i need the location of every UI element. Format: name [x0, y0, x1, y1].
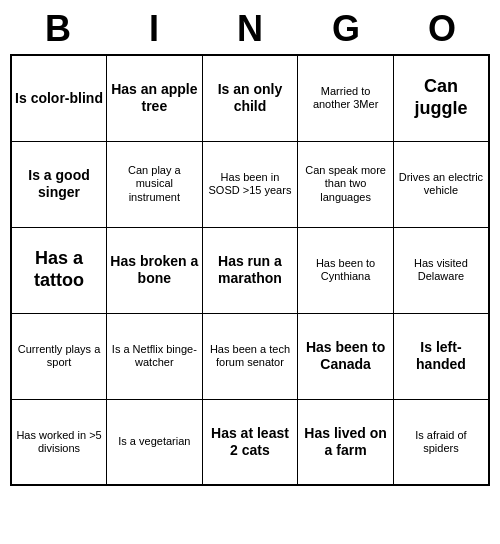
bingo-letter-i: I [106, 8, 202, 50]
grid-cell-3-2: Has been a tech forum senator [202, 313, 298, 399]
bingo-grid: Is color-blindHas an apple treeIs an onl… [10, 54, 490, 486]
grid-row-1: Is a good singerCan play a musical instr… [11, 141, 489, 227]
bingo-letter-o: O [394, 8, 490, 50]
grid-cell-0-1: Has an apple tree [107, 55, 203, 141]
grid-cell-4-1: Is a vegetarian [107, 399, 203, 485]
grid-cell-1-4: Drives an electric vehicle [393, 141, 489, 227]
grid-cell-2-2: Has run a marathon [202, 227, 298, 313]
grid-cell-1-2: Has been in SOSD >15 years [202, 141, 298, 227]
grid-row-4: Has worked in >5 divisionsIs a vegetaria… [11, 399, 489, 485]
grid-row-3: Currently plays a sportIs a Netflix bing… [11, 313, 489, 399]
grid-cell-2-3: Has been to Cynthiana [298, 227, 394, 313]
grid-cell-1-0: Is a good singer [11, 141, 107, 227]
grid-cell-4-3: Has lived on a farm [298, 399, 394, 485]
grid-cell-0-4: Can juggle [393, 55, 489, 141]
grid-cell-4-2: Has at least 2 cats [202, 399, 298, 485]
bingo-letter-g: G [298, 8, 394, 50]
grid-cell-3-0: Currently plays a sport [11, 313, 107, 399]
bingo-letter-b: B [10, 8, 106, 50]
grid-cell-1-3: Can speak more than two languages [298, 141, 394, 227]
grid-cell-3-4: Is left-handed [393, 313, 489, 399]
grid-row-2: Has a tattooHas broken a boneHas run a m… [11, 227, 489, 313]
grid-cell-4-4: Is afraid of spiders [393, 399, 489, 485]
grid-cell-0-3: Married to another 3Mer [298, 55, 394, 141]
grid-cell-2-1: Has broken a bone [107, 227, 203, 313]
bingo-header: BINGO [10, 8, 490, 50]
grid-cell-2-4: Has visited Delaware [393, 227, 489, 313]
bingo-letter-n: N [202, 8, 298, 50]
grid-cell-2-0: Has a tattoo [11, 227, 107, 313]
grid-cell-4-0: Has worked in >5 divisions [11, 399, 107, 485]
grid-cell-0-2: Is an only child [202, 55, 298, 141]
grid-cell-3-1: Is a Netflix binge-watcher [107, 313, 203, 399]
grid-cell-0-0: Is color-blind [11, 55, 107, 141]
grid-cell-1-1: Can play a musical instrument [107, 141, 203, 227]
grid-cell-3-3: Has been to Canada [298, 313, 394, 399]
grid-row-0: Is color-blindHas an apple treeIs an onl… [11, 55, 489, 141]
